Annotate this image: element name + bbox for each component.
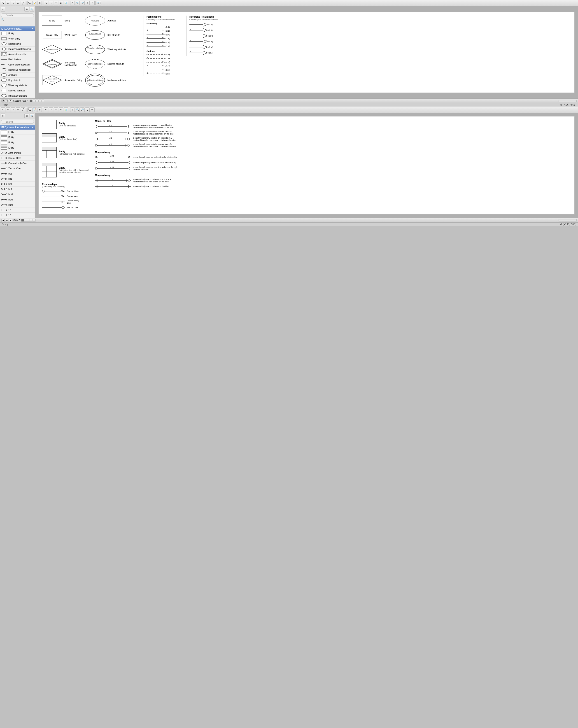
sidebar-item-derived-attribute[interactable]: Derived attribute <box>0 88 35 93</box>
view-toggle-2b[interactable] <box>24 219 27 222</box>
m1-line-4: M:1 <box>95 144 131 147</box>
s2-btn-search[interactable]: 🔍 <box>30 113 34 118</box>
nav-next-2[interactable]: ▶ <box>9 219 12 222</box>
search-input-2[interactable] <box>1 120 34 124</box>
sidebar-btn-grid[interactable]: ⊞ <box>24 7 29 11</box>
sidebar-item-multivalue-attribute[interactable]: Multivalue attribute <box>0 93 35 98</box>
m1-line-2: M:1 <box>95 131 131 134</box>
toolbar-btn-fork[interactable]: ⑂ <box>54 1 58 5</box>
t2-btn-chart[interactable]: 📊 <box>64 107 68 112</box>
toolbar-btn-zoom-slider[interactable]: 🔍+ <box>97 1 101 5</box>
sidebar-item-associative[interactable]: Associative entity <box>0 52 35 57</box>
s2-zero-more[interactable]: Zero or More <box>0 150 35 156</box>
sep2-2 <box>43 108 43 112</box>
nav-first-2[interactable]: |◀ <box>1 219 4 222</box>
sidebar-item-key-attribute[interactable]: Key attribute <box>0 78 35 83</box>
t2-btn-arrow[interactable]: ↖ <box>1 107 5 112</box>
toolbar-btn-chart[interactable]: 📊 <box>64 1 68 5</box>
view-toggle-2e[interactable] <box>33 219 36 222</box>
t2-btn-diamond[interactable]: ◇ <box>16 107 20 112</box>
sidebar-item-relationship[interactable]: Relationship <box>0 41 35 47</box>
s2-11-1[interactable]: 1:1 <box>0 207 35 213</box>
toolbar-btn-zoom-fit[interactable]: ⊡ <box>70 1 75 5</box>
t2-btn-curve[interactable]: ∿ <box>44 107 48 112</box>
coordinates-1: M: [ 4.76, -0.62 ] <box>560 104 576 106</box>
search-input-1[interactable] <box>1 13 34 17</box>
sidebar-item-weak-key-attribute[interactable]: Weak key attribute <box>0 83 35 88</box>
s2-entity-1[interactable]: Entity <box>0 130 35 135</box>
t2-btn-fork[interactable]: ⑂ <box>54 107 58 112</box>
sidebar-item-participation[interactable]: Participation <box>0 57 35 62</box>
sidebar-btn-list[interactable]: ≡ <box>1 7 5 11</box>
toolbar-btn-zoom-out[interactable]: 🔎 <box>80 1 85 5</box>
nav-next-1[interactable]: ▶ <box>9 99 12 103</box>
t2-btn-pencil[interactable]: ✏ <box>90 107 95 112</box>
sidebar-item-entity[interactable]: Entity <box>0 31 35 36</box>
t2-btn-zoom-fit[interactable]: ⊡ <box>70 107 75 112</box>
s2-entity-4[interactable]: Entity <box>0 145 35 150</box>
toolbar-btn-arrow2[interactable]: → <box>49 1 53 5</box>
s2-mm-2[interactable]: M:M <box>0 197 35 202</box>
t2-btn-circle[interactable]: ○ <box>11 107 15 112</box>
t2-btn-print[interactable]: 🖨 <box>85 107 90 112</box>
view-toggle-2c[interactable] <box>27 219 30 222</box>
s2-btn-list[interactable]: ≡ <box>1 113 5 118</box>
view-toggle-2d[interactable] <box>30 219 33 222</box>
s2-11-2[interactable]: 1:1 <box>0 213 35 218</box>
view-toggle-1e[interactable] <box>41 100 44 102</box>
view-toggle-1d[interactable] <box>39 100 41 102</box>
scroll-indicator-2[interactable] <box>559 219 577 222</box>
nav-first-1[interactable]: |◀ <box>1 99 4 103</box>
s2-m1-4[interactable]: M:1 <box>0 187 35 192</box>
toolbar-btn-zoom-in[interactable]: 🔍 <box>75 1 80 5</box>
toolbar-btn-arrow[interactable]: ↖ <box>1 1 5 5</box>
sidebar-item-identifying-rel[interactable]: Identifying relationship <box>0 47 35 52</box>
t2-btn-zoom-out[interactable]: 🔎 <box>80 107 85 112</box>
s2-zero-one[interactable]: Zero or One <box>0 166 35 171</box>
toolbar-btn-line[interactable]: ╱ <box>21 1 25 5</box>
toolbar-btn-phone[interactable]: 📞 <box>27 1 32 5</box>
toolbar-btn-note[interactable]: 📝 <box>32 1 37 5</box>
s2-mm-3[interactable]: M:M <box>0 202 35 207</box>
toolbar-btn-circle[interactable]: ○ <box>11 1 15 5</box>
toolbar-btn-print[interactable]: 🖨 <box>85 1 90 5</box>
t2-btn-lines[interactable]: ≡ <box>59 107 63 112</box>
nav-prev-1[interactable]: ◀ <box>5 99 8 103</box>
view-toggle-2a[interactable] <box>21 219 24 222</box>
toolbar-btn-table[interactable]: ⊞ <box>37 1 42 5</box>
derived-attr-label-1: Derived attribute <box>107 63 124 65</box>
t2-btn-rect[interactable]: ▭ <box>6 107 10 112</box>
s2-m1-3[interactable]: M:1 <box>0 181 35 187</box>
sidebar-item-weak-entity[interactable]: Weak entity <box>0 36 35 41</box>
t2-btn-phone[interactable]: 📞 <box>27 107 32 112</box>
s2-one-more[interactable]: One or More <box>0 156 35 161</box>
sidebar-item-label-multivalue: Multivalue attribute <box>8 95 27 97</box>
nav-prev-2[interactable]: ◀ <box>5 219 8 222</box>
s2-mm-1[interactable]: M:M <box>0 192 35 197</box>
s2-one-only[interactable]: One and only One <box>0 161 35 166</box>
s2-entity-3[interactable]: Entity <box>0 140 35 145</box>
sidebar-item-attribute[interactable]: Attribute <box>0 73 35 78</box>
t2-btn-zoom-in[interactable]: 🔍 <box>75 107 80 112</box>
t2-btn-table[interactable]: ⊞ <box>37 107 42 112</box>
s2-m1-1[interactable]: M:1 <box>0 171 35 176</box>
sidebar-item-recursive[interactable]: Recursive relationship <box>0 67 35 73</box>
view-toggle-1b[interactable] <box>32 100 35 102</box>
toolbar-btn-lines[interactable]: ≡ <box>59 1 63 5</box>
toolbar-btn-pencil[interactable]: ✏ <box>90 1 95 5</box>
toolbar-btn-rect[interactable]: ▭ <box>6 1 10 5</box>
view-toggle-1a[interactable] <box>30 100 32 102</box>
toolbar-btn-diamond[interactable]: ◇ <box>16 1 20 5</box>
view-toggle-1c[interactable] <box>35 100 38 102</box>
t2-btn-arrow2[interactable]: → <box>49 107 53 112</box>
scroll-indicator-1[interactable] <box>559 100 577 102</box>
sidebar-btn-search[interactable]: 🔍 <box>30 7 34 11</box>
s2-btn-grid[interactable]: ⊞ <box>24 113 29 118</box>
s2-m1-2[interactable]: M:1 <box>0 176 35 181</box>
optional-participation-preview <box>1 62 7 67</box>
sidebar-item-optional-participation[interactable]: Optional participation <box>0 62 35 67</box>
t2-btn-line[interactable]: ╱ <box>21 107 25 112</box>
s2-entity-2[interactable]: Entity <box>0 135 35 140</box>
t2-btn-note[interactable]: 📝 <box>32 107 37 112</box>
toolbar-btn-curve[interactable]: ∿ <box>44 1 48 5</box>
